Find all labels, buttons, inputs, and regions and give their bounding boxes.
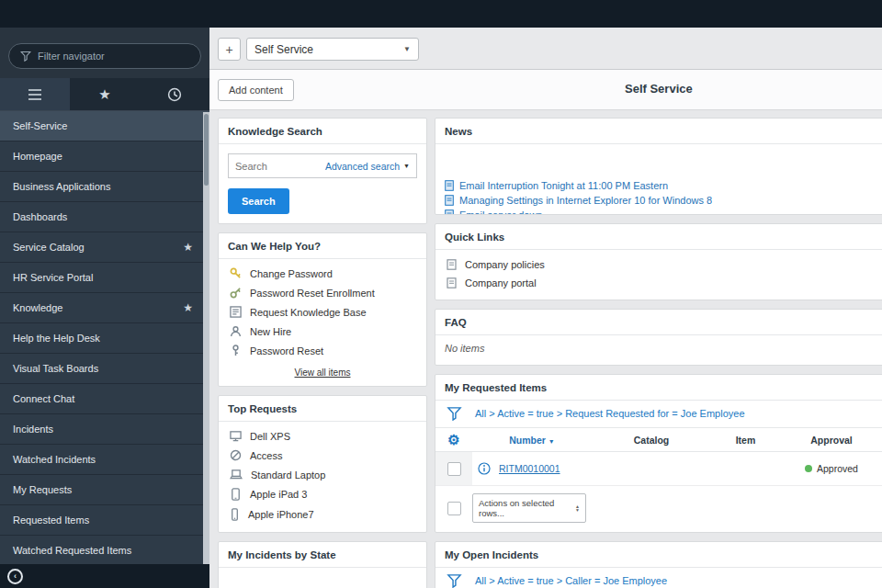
sidebar-item-visual-task-boards[interactable]: Visual Task Boards <box>0 354 209 384</box>
info-icon[interactable] <box>478 462 491 475</box>
sidebar-item-label: Self-Service <box>13 120 67 131</box>
chevron-down-icon: ▼ <box>403 45 411 53</box>
catalog-item-password-reset[interactable]: Password Reset <box>219 341 426 360</box>
favorite-star-icon[interactable]: ★ <box>183 293 193 323</box>
sidebar-scrollbar[interactable] <box>203 112 209 588</box>
add-homepage-button[interactable]: + <box>218 38 241 61</box>
knowledge-search-box: Advanced search ▼ <box>228 153 417 178</box>
add-content-button[interactable]: Add content <box>218 79 294 101</box>
sidebar-collapse-button[interactable]: ‹ <box>7 569 23 584</box>
advanced-search-link[interactable]: Advanced search ▼ <box>319 161 416 172</box>
select-all-checkbox[interactable] <box>447 502 461 515</box>
panel-title: Quick Links <box>435 224 882 250</box>
quick-link-company-portal[interactable]: Company portal <box>435 274 882 292</box>
sidebar-item-hr-service-portal[interactable]: HR Service Portal <box>0 263 209 293</box>
request-item-access[interactable]: Access <box>219 446 426 465</box>
sidebar-item-help-the-help-desk[interactable]: Help the Help Desk <box>0 323 209 354</box>
sidebar-item-business-applications[interactable]: Business Applications <box>0 172 209 202</box>
sidebar-item-label: Connect Chat <box>13 393 74 404</box>
access-icon <box>230 449 242 461</box>
sidebar-item-watched-requested-items[interactable]: Watched Requested Items <box>0 536 209 566</box>
top-requests-panel: Top Requests Dell XPS Access Standard La… <box>218 395 427 533</box>
filter-navigator[interactable] <box>8 43 201 69</box>
filter-funnel-icon[interactable] <box>447 406 462 421</box>
column-label: Number <box>509 435 546 446</box>
tab-history[interactable] <box>140 78 209 110</box>
view-all-items-link[interactable]: View all items <box>219 362 426 386</box>
breadcrumb[interactable]: All > Active = true > Request Requested … <box>475 408 745 419</box>
column-header-approval[interactable]: Approval <box>780 435 882 446</box>
sidebar-item-dashboards[interactable]: Dashboards <box>0 202 209 232</box>
request-item-standard-laptop[interactable]: Standard Laptop <box>219 465 426 484</box>
sidebar-scrollbar-thumb[interactable] <box>204 114 209 186</box>
menu-icon <box>28 88 42 101</box>
homepage-select-dropdown[interactable]: Self Service ▼ <box>246 38 419 61</box>
knowledge-base-icon <box>230 306 242 318</box>
homepage-select-value: Self Service <box>254 43 403 56</box>
column-header-number[interactable]: Number ▼ <box>472 435 592 446</box>
sidebar-item-knowledge[interactable]: Knowledge★ <box>0 293 209 323</box>
search-button[interactable]: Search <box>228 188 289 214</box>
actions-dropdown[interactable]: Actions on selected rows... ▲▼ <box>472 493 586 523</box>
sidebar-item-self-service[interactable]: Self-Service <box>0 111 209 141</box>
catalog-item-change-password[interactable]: Change Password <box>219 264 426 283</box>
gear-icon[interactable]: ⚙ <box>447 433 459 447</box>
wrench-key-icon <box>230 287 242 299</box>
sidebar-item-homepage[interactable]: Homepage <box>0 141 209 172</box>
favorite-star-icon[interactable]: ★ <box>183 232 193 263</box>
quick-link-label: Company policies <box>465 259 545 270</box>
column-header-item[interactable]: Item <box>711 435 780 446</box>
knowledge-search-input[interactable] <box>229 161 319 172</box>
sidebar-item-label: Visual Task Boards <box>13 363 98 374</box>
request-item-label: Apple iPhone7 <box>248 509 314 520</box>
table-actions-row: Actions on selected rows... ▲▼ <box>435 486 882 532</box>
news-link[interactable]: Email Interruption Tonight at 11:00 PM E… <box>445 179 882 192</box>
sidebar-item-label: Incidents <box>13 424 53 435</box>
sidebar-item-requested-items[interactable]: Requested Items <box>0 505 209 536</box>
my-requested-items-panel: My Requested Items All > Active = true >… <box>435 374 882 533</box>
app-header-bar <box>0 0 882 28</box>
request-item-apple-iphone[interactable]: Apple iPhone7 <box>219 504 426 525</box>
column-header-catalog[interactable]: Catalog <box>592 435 711 446</box>
row-checkbox[interactable] <box>447 462 461 476</box>
actions-dropdown-label: Actions on selected rows... <box>479 498 575 518</box>
sidebar-item-watched-incidents[interactable]: Watched Incidents <box>0 445 209 475</box>
approved-status-dot <box>805 465 812 472</box>
news-link[interactable]: Email server down <box>445 209 882 215</box>
quick-link-company-policies[interactable]: Company policies <box>435 255 882 274</box>
filter-funnel-icon[interactable] <box>447 573 462 588</box>
sidebar-item-service-catalog[interactable]: Service Catalog★ <box>0 232 209 263</box>
request-item-apple-ipad[interactable]: Apple iPad 3 <box>219 484 426 504</box>
sidebar-item-my-requests[interactable]: My Requests <box>0 475 209 505</box>
phone-icon <box>230 508 240 521</box>
filter-navigator-input[interactable] <box>38 51 189 62</box>
application-navigator-list: Self-Service Homepage Business Applicati… <box>0 111 209 566</box>
request-item-label: Dell XPS <box>250 431 290 442</box>
sidebar-item-connect-chat[interactable]: Connect Chat <box>0 384 209 414</box>
filter-funnel-icon <box>20 51 31 62</box>
tab-favorites[interactable]: ★ <box>70 78 140 110</box>
panel-title: News <box>435 119 882 144</box>
tab-all-applications[interactable] <box>0 78 70 110</box>
sidebar-item-incidents[interactable]: Incidents <box>0 414 209 445</box>
sidebar-item-label: Service Catalog <box>13 242 85 253</box>
sidebar-item-label: Dashboards <box>13 211 67 222</box>
ritm-record-link[interactable]: RITM0010001 <box>499 463 560 474</box>
catalog-item-request-knowledge-base[interactable]: Request Knowledge Base <box>219 302 426 322</box>
approval-label: Approved <box>817 463 858 474</box>
sidebar-item-label: Knowledge <box>13 302 62 313</box>
news-link[interactable]: Managing Settings in Internet Explorer 1… <box>445 194 882 207</box>
breadcrumb[interactable]: All > Active = true > Caller = Joe Emplo… <box>475 575 667 586</box>
sidebar-item-label: Watched Requested Items <box>13 545 131 556</box>
document-icon <box>445 180 454 191</box>
document-icon <box>447 277 457 288</box>
catalog-item-label: New Hire <box>250 326 291 337</box>
request-item-dell-xps[interactable]: Dell XPS <box>219 426 426 446</box>
cell-approval: Approved <box>780 463 882 474</box>
catalog-item-password-reset-enrollment[interactable]: Password Reset Enrollment <box>219 283 426 302</box>
document-icon <box>445 209 454 215</box>
catalog-item-new-hire[interactable]: New Hire <box>219 322 426 341</box>
my-incidents-by-state-panel: My Incidents by State <box>218 541 427 588</box>
sidebar-item-label: Help the Help Desk <box>13 333 100 344</box>
sort-desc-icon: ▼ <box>548 438 555 445</box>
